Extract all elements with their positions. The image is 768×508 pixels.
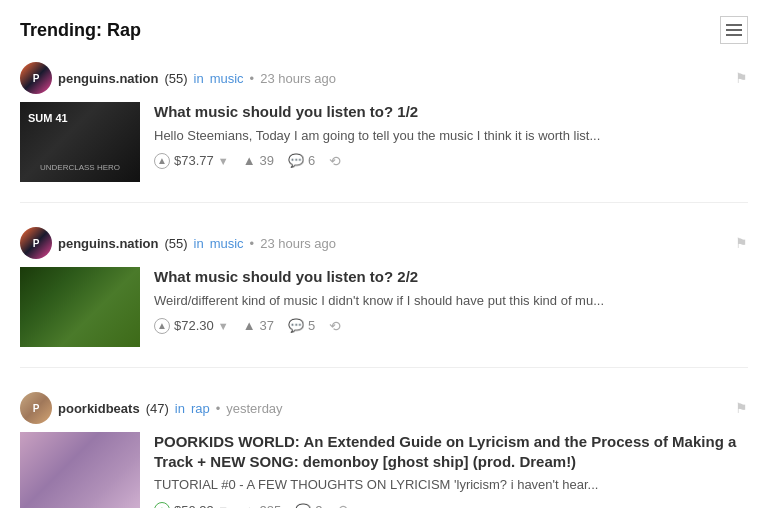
comments-count[interactable]: 💬 6 (288, 153, 315, 168)
page-title: Trending: Rap (20, 20, 141, 41)
post-excerpt: TUTORIAL #0 - A FEW THOUGHTS ON LYRICISM… (154, 476, 748, 494)
page-header: Trending: Rap (20, 16, 748, 44)
vote-value: $73.77 (174, 153, 214, 168)
post-author[interactable]: penguins.nation (58, 236, 158, 251)
vote-dropdown-icon[interactable]: ▼ (218, 504, 229, 508)
likes-count: ▲ 39 (243, 153, 274, 168)
likes-icon: ▲ (243, 153, 256, 168)
post-body: What music should you listen to? 1/2 Hel… (20, 102, 748, 182)
post-excerpt: Weird/different kind of music I didn't k… (154, 292, 748, 310)
comments-count[interactable]: 💬 2 (295, 503, 322, 508)
post-time-dot: • (250, 236, 255, 251)
likes-number: 285 (260, 503, 282, 508)
page-container: Trending: Rap P penguins.nation (55) in … (0, 0, 768, 508)
post-category-prefix: in (194, 71, 204, 86)
post-excerpt: Hello Steemians, Today I am going to tel… (154, 127, 748, 145)
comments-number: 2 (315, 503, 322, 508)
post-title[interactable]: POORKIDS WORLD: An Extended Guide on Lyr… (154, 432, 748, 471)
post-content: What music should you listen to? 2/2 Wei… (154, 267, 748, 347)
comments-number: 5 (308, 318, 315, 333)
likes-number: 39 (260, 153, 274, 168)
post-meta: P penguins.nation (55) in music • 23 hou… (20, 227, 748, 259)
post-item: P penguins.nation (55) in music • 23 hou… (20, 227, 748, 368)
post-time: 23 hours ago (260, 236, 336, 251)
vote-dropdown-icon[interactable]: ▼ (218, 155, 229, 167)
post-body: POORKIDS WORLD: An Extended Guide on Lyr… (20, 432, 748, 508)
post-body: What music should you listen to? 2/2 Wei… (20, 267, 748, 347)
avatar: P (20, 62, 52, 94)
post-meta: P penguins.nation (55) in music • 23 hou… (20, 62, 748, 94)
flag-icon[interactable]: ⚑ (735, 400, 748, 416)
flag-icon[interactable]: ⚑ (735, 70, 748, 86)
post-rep: (47) (146, 401, 169, 416)
post-category[interactable]: music (210, 236, 244, 251)
post-actions: ▲ $73.77 ▼ ▲ 39 💬 6 ⟲ (154, 153, 748, 169)
upvote-icon: ▲ (154, 318, 170, 334)
vote-button[interactable]: ▲ $73.77 ▼ (154, 153, 229, 169)
post-time-dot: • (250, 71, 255, 86)
post-title[interactable]: What music should you listen to? 1/2 (154, 102, 748, 122)
post-actions: ▲ $72.30 ▼ ▲ 37 💬 5 ⟲ (154, 318, 748, 334)
menu-button[interactable] (720, 16, 748, 44)
vote-value: $72.30 (174, 318, 214, 333)
likes-count: ▲ 285 (243, 503, 282, 508)
post-rep: (55) (164, 71, 187, 86)
post-time-dot: • (216, 401, 221, 416)
post-category[interactable]: rap (191, 401, 210, 416)
vote-button[interactable]: ▲ $50.33 ▼ (154, 502, 229, 508)
post-time: yesterday (226, 401, 282, 416)
post-thumbnail (20, 432, 140, 508)
upvote-icon: ▲ (154, 153, 170, 169)
avatar: P (20, 227, 52, 259)
post-thumbnail (20, 102, 140, 182)
share-icon[interactable]: ⟲ (329, 318, 341, 334)
likes-icon: ▲ (243, 503, 256, 508)
post-thumbnail (20, 267, 140, 347)
post-category-prefix: in (194, 236, 204, 251)
post-content: POORKIDS WORLD: An Extended Guide on Lyr… (154, 432, 748, 508)
post-actions: ▲ $50.33 ▼ ▲ 285 💬 2 ⟲ (154, 502, 748, 508)
vote-button[interactable]: ▲ $72.30 ▼ (154, 318, 229, 334)
post-content: What music should you listen to? 1/2 Hel… (154, 102, 748, 182)
comments-icon: 💬 (295, 503, 311, 508)
post-category-prefix: in (175, 401, 185, 416)
comments-icon: 💬 (288, 153, 304, 168)
flag-icon[interactable]: ⚑ (735, 235, 748, 251)
likes-count: ▲ 37 (243, 318, 274, 333)
upvote-icon: ▲ (154, 502, 170, 508)
avatar: P (20, 392, 52, 424)
share-icon[interactable]: ⟲ (336, 502, 348, 508)
likes-number: 37 (260, 318, 274, 333)
post-author[interactable]: poorkidbeats (58, 401, 140, 416)
likes-icon: ▲ (243, 318, 256, 333)
vote-value: $50.33 (174, 503, 214, 508)
post-title[interactable]: What music should you listen to? 2/2 (154, 267, 748, 287)
post-item: P poorkidbeats (47) in rap • yesterday ⚑… (20, 392, 748, 508)
post-author[interactable]: penguins.nation (58, 71, 158, 86)
vote-dropdown-icon[interactable]: ▼ (218, 320, 229, 332)
comments-number: 6 (308, 153, 315, 168)
post-rep: (55) (164, 236, 187, 251)
comments-count[interactable]: 💬 5 (288, 318, 315, 333)
comments-icon: 💬 (288, 318, 304, 333)
post-meta: P poorkidbeats (47) in rap • yesterday ⚑ (20, 392, 748, 424)
post-category[interactable]: music (210, 71, 244, 86)
posts-list: P penguins.nation (55) in music • 23 hou… (20, 62, 748, 508)
post-item: P penguins.nation (55) in music • 23 hou… (20, 62, 748, 203)
share-icon[interactable]: ⟲ (329, 153, 341, 169)
post-time: 23 hours ago (260, 71, 336, 86)
